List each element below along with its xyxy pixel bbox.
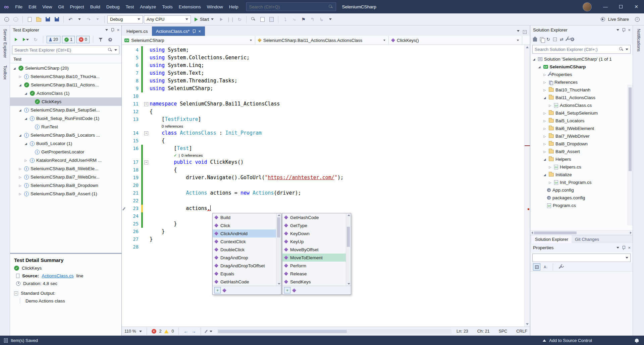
run-all-tests-icon[interactable] [12, 35, 20, 44]
test-tree-row[interactable]: ▷ ! SeleniumCSharp.Bai10_ThucHa... [10, 72, 121, 81]
solution-config-dropdown[interactable]: Debug [107, 15, 143, 23]
preview-gear-icon[interactable] [571, 38, 574, 41]
test-tree-row[interactable]: ▷ ! KatalonRecord_AddUserHRM ... [10, 156, 121, 164]
completion-item[interactable]: Build [213, 213, 276, 221]
filter-methods-icon[interactable] [292, 288, 296, 292]
completion-item[interactable]: Perform [282, 262, 346, 270]
test-search-input[interactable] [14, 48, 106, 53]
solution-tree-row[interactable]: App.config [530, 186, 633, 194]
break-all-icon[interactable]: ❘❘ [226, 15, 234, 24]
chevron-expanded-icon[interactable]: ◢ [12, 67, 17, 70]
home-icon[interactable] [533, 39, 537, 42]
filter-icon[interactable] [97, 35, 105, 44]
chevron-expanded-icon[interactable]: ◢ [23, 142, 28, 145]
chevron-collapsed-icon[interactable]: ▷ [23, 159, 28, 162]
close-panel-icon[interactable]: × [117, 28, 119, 32]
test-tree-row[interactable]: ◢ ! SeleniumCSharp.Bai5_Locators ... [10, 131, 121, 139]
undo-icon[interactable]: ↶ [66, 15, 74, 24]
completion-item[interactable]: GetHashCode [213, 278, 276, 286]
zoom-level[interactable]: 110 % [124, 329, 136, 334]
quick-search-box[interactable] [246, 2, 336, 11]
solution-tree-row[interactable]: ▷ Bai10_ThucHanh [530, 86, 633, 94]
codelens-references[interactable]: 0 references [122, 123, 530, 129]
window-options-icon[interactable]: ▪ [523, 30, 527, 34]
zoom-dropdown-icon[interactable] [139, 331, 142, 332]
redo-icon[interactable]: ↷ [85, 15, 93, 24]
error-count-icon[interactable]: × [152, 329, 156, 334]
solution-tree-row[interactable]: ◢ Bai11_ActionsClass [530, 94, 633, 101]
menu-tools[interactable]: Tools [159, 0, 176, 13]
test-tree-row[interactable]: ▷ ! SeleniumCSharp.Bai6_IWebEle... [10, 164, 121, 173]
scrollbar[interactable] [346, 213, 351, 286]
navigate-forward-icon[interactable]: → [191, 329, 196, 334]
toolbar-options-icon[interactable] [326, 15, 334, 24]
chevron-expanded-icon[interactable]: ◢ [532, 58, 536, 61]
test-list-column-header[interactable]: Test [10, 55, 121, 63]
solution-tree-row[interactable]: ▷ Bai6_IWebElement [530, 125, 633, 132]
source-file-link[interactable]: ActionsClass.cs [42, 273, 73, 278]
search-options-icon[interactable] [114, 49, 117, 51]
sync-with-active-document-icon[interactable]: ⇄ [560, 37, 564, 42]
previous-bookmark-icon[interactable]: ↰ [308, 15, 316, 24]
completion-item[interactable]: Release [282, 270, 346, 278]
warning-icon[interactable] [164, 330, 168, 333]
chevron-collapsed-icon[interactable]: ▷ [548, 165, 552, 169]
menu-analyze[interactable]: Analyze [137, 0, 159, 13]
completion-item[interactable]: ContextClick [213, 237, 276, 246]
chevron-expanded-icon[interactable]: ◢ [18, 109, 22, 112]
chevron-expanded-icon[interactable]: ◢ [542, 173, 547, 177]
chevron-expanded-icon[interactable]: ◢ [542, 158, 547, 161]
test-tree-row-selected[interactable]: ✓ ClickKeys [10, 97, 121, 106]
tab-actionsclass-active[interactable]: ActionsClass.cs* × [152, 26, 205, 36]
chevron-expanded-icon[interactable]: ◢ [537, 65, 542, 69]
completion-item[interactable]: DoubleClick [213, 246, 276, 254]
notifications-tab[interactable]: Notifications [636, 29, 641, 52]
menu-project[interactable]: Project [67, 0, 87, 13]
menu-window[interactable]: Window [204, 0, 226, 13]
scroll-up-icon[interactable] [526, 46, 529, 48]
menu-extensions[interactable]: Extensions [176, 0, 204, 13]
chevron-collapsed-icon[interactable]: ▷ [542, 135, 547, 138]
properties-object-dropdown[interactable] [532, 254, 631, 262]
total-tests-badge[interactable]: 20 [47, 36, 60, 43]
scrollbar[interactable] [276, 213, 281, 286]
platform-dropdown[interactable]: Any CPU [144, 15, 191, 23]
fold-collapse-icon[interactable]: − [144, 160, 148, 164]
chevron-collapsed-icon[interactable]: ▷ [548, 104, 552, 107]
navigate-back-icon[interactable]: ← [3, 15, 11, 24]
type-dropdown[interactable]: SeleniumCSharp.Bai11_ActionsClass.Action… [255, 36, 389, 45]
menu-test[interactable]: Test [122, 0, 137, 13]
solution-tree-row[interactable]: packages.config [530, 194, 633, 202]
tab-helpers[interactable]: Helpers.cs [122, 26, 152, 36]
refresh-icon[interactable]: ↻ [546, 37, 550, 42]
notifications-bell-icon[interactable] [635, 339, 639, 342]
solution-tree-row[interactable]: ▷ Bai5_Locators [530, 117, 633, 125]
completion-item[interactable]: KeyDown [282, 229, 346, 237]
categorized-view-icon[interactable] [533, 263, 540, 271]
solution-search-input[interactable] [535, 47, 617, 52]
completion-item[interactable]: Equals [213, 270, 276, 278]
menu-help[interactable]: Help [226, 0, 241, 13]
close-panel-icon[interactable]: × [628, 28, 631, 32]
solution-tree-row[interactable]: ▷ Bai7_IWebDriver [530, 132, 633, 140]
editor-horizontal-scrollbar[interactable] [217, 329, 451, 334]
completion-item[interactable]: DragAndDrop [213, 254, 276, 262]
editor-vertical-scrollbar[interactable] [524, 45, 530, 327]
scroll-right-icon[interactable] [630, 231, 632, 234]
chevron-collapsed-icon[interactable]: ▷ [542, 81, 547, 84]
new-project-icon[interactable] [25, 15, 34, 24]
start-debug-button[interactable]: Start [192, 15, 216, 24]
window-position-icon[interactable] [616, 247, 619, 249]
chevron-expanded-icon[interactable]: ◢ [18, 83, 22, 87]
chevron-collapsed-icon[interactable]: ▷ [542, 142, 547, 146]
solution-tree-row[interactable]: ▷ Helpers.cs [530, 163, 633, 171]
scroll-up-icon[interactable] [278, 214, 280, 216]
chevron-collapsed-icon[interactable]: ▷ [542, 73, 547, 76]
chevron-expanded-icon[interactable]: ◢ [23, 117, 28, 120]
completion-item[interactable]: DragAndDropToOffset [213, 262, 276, 270]
fold-collapse-icon[interactable]: − [144, 131, 148, 135]
completion-item[interactable]: MoveByOffset [282, 246, 346, 254]
menu-edit[interactable]: Edit [25, 0, 39, 13]
solution-tree-row[interactable]: ◢ C# SeleniumCSharp [530, 63, 633, 71]
failed-tests-badge[interactable]: × 0 [76, 36, 90, 43]
